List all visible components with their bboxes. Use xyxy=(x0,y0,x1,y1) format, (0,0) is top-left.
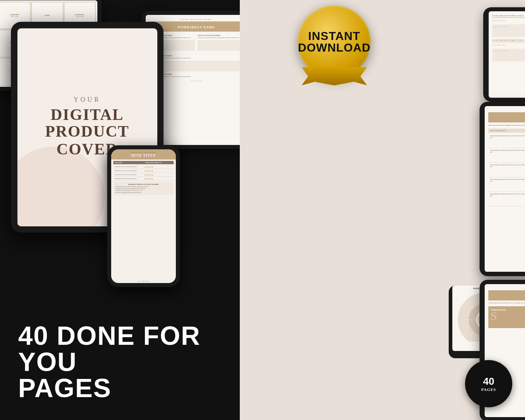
phone-row-1: Assessment score for a answers can go he… xyxy=(113,165,174,169)
instant-download-badge: INSTANT DOWNLOAD xyxy=(298,5,378,85)
swot-title-bar: SWOT ANALYSIS xyxy=(488,290,525,300)
phone-table-header: SECTIONS YOUR ASSESSMENT SC... xyxy=(113,161,174,164)
cws-title-bar: WORKSHEET NAME xyxy=(488,112,525,122)
phone-footer: your workbook title xyxy=(111,279,176,283)
cws-screen: YOUR COURSE NAME WORKSHEET NAME Introduc… xyxy=(485,106,525,272)
pages-badge-label: PAGES xyxy=(481,387,496,392)
phone-making-sense: MAKING SENSE OF YOUR SCORES In total up … xyxy=(113,182,174,195)
badge-text: INSTANT DOWNLOAD xyxy=(298,30,371,53)
rts-brainstorm2: YOUR BRAINSTORM TOPIC xyxy=(492,39,525,42)
phone-row-4: Assessment score for a answers can go he… xyxy=(113,177,174,181)
main-headline: 40 DONE FOR YOU PAGES xyxy=(18,323,222,401)
phone-header: YOUR SECTION NAME QUIZ TITLE xyxy=(111,149,176,159)
badge-circle: INSTANT DOWNLOAD xyxy=(298,5,371,78)
phone-row-2: Assessment score for a answers can go he… xyxy=(113,169,174,173)
right-section: YOUR BRAINSTORM TOPIC Space for client's… xyxy=(240,0,525,420)
ws-section-name: YOUR SECTION NAME xyxy=(149,19,243,20)
ws-question-2: ADD YOUR QUESTION HERE Use this space to… xyxy=(198,35,243,51)
pages-badge: 40 PAGES xyxy=(465,360,512,407)
product-title: DIGITAL PRODUCT xyxy=(17,106,157,140)
right-top-tablet: YOUR BRAINSTORM TOPIC Space for client's… xyxy=(483,7,525,102)
rts-left: YOUR BRAINSTORM TOPIC Space for client's… xyxy=(489,11,525,98)
phone-dots-2 xyxy=(144,170,174,172)
swot-grid: STRENGTHS S WEAKNESSES W xyxy=(488,306,525,328)
phone-dots-3 xyxy=(144,174,174,176)
phone-dots-4 xyxy=(144,178,174,180)
ws-answer-2 xyxy=(198,40,243,51)
phone-content: SECTIONS YOUR ASSESSMENT SC... Assessmen… xyxy=(111,159,176,279)
phone-dots-1 xyxy=(144,166,174,168)
phone-row-3: Assessment score for a answers can go he… xyxy=(113,173,174,177)
rts-client-box1: Space for client's ideas xyxy=(492,24,525,37)
center-worksheet-tablet: YOUR COURSE NAME WORKSHEET NAME Introduc… xyxy=(480,102,525,276)
left-section: SUBTOPIC Space for ideas TOPIC SUBTOPIC … xyxy=(0,0,240,420)
pages-badge-number: 40 xyxy=(483,376,494,387)
cws-columns: ASK YOURSELF... Add a thought provoking … xyxy=(488,129,525,206)
ws-title-bar: WORKSHEET NAME xyxy=(149,21,243,32)
your-label: YOUR xyxy=(73,96,101,104)
phone-device: YOUR SECTION NAME QUIZ TITLE SECTIONS YO… xyxy=(107,145,180,287)
rts-brainstorm1: YOUR BRAINSTORM TOPIC xyxy=(492,15,525,18)
bottom-text: 40 DONE FOR YOU PAGES xyxy=(0,304,240,420)
rts-client-box2: Space for client's ideas xyxy=(492,49,525,61)
badge-ribbon xyxy=(302,67,367,85)
phone-screen: YOUR SECTION NAME QUIZ TITLE SECTIONS YO… xyxy=(111,149,176,283)
cws-col1: ASK YOURSELF... Add a thought provoking … xyxy=(488,129,525,206)
swot-strengths: STRENGTHS S xyxy=(488,306,525,328)
right-top-screen: YOUR BRAINSTORM TOPIC Space for client's… xyxy=(489,11,525,98)
ws-title: WORKSHEET NAME xyxy=(177,25,215,29)
